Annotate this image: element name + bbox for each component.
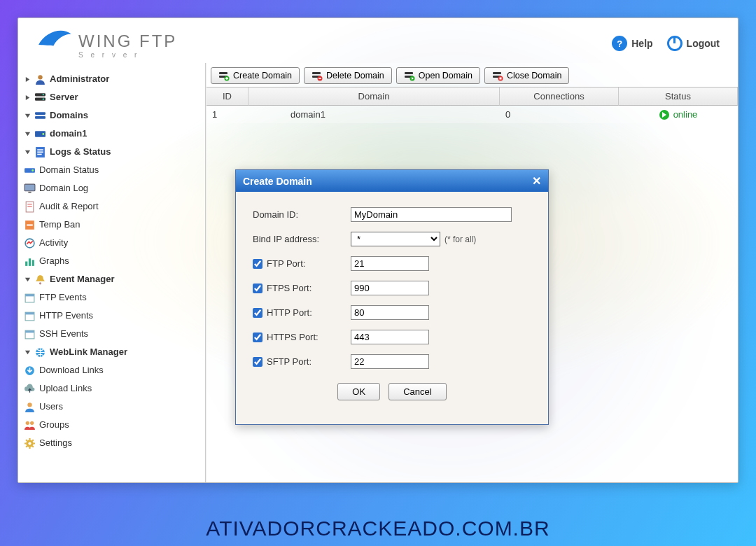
toolbar: Create Domain Delete Domain Open Domain …: [206, 63, 738, 87]
cell-status: online: [619, 106, 738, 123]
svg-rect-10: [37, 149, 43, 150]
http-port-checkbox[interactable]: [253, 308, 262, 318]
cancel-button[interactable]: Cancel: [388, 383, 446, 400]
table-row[interactable]: 1 domain1 0 online: [206, 106, 738, 123]
create-domain-dialog: Create Domain ✕ Domain ID: Bind IP addre…: [235, 169, 549, 425]
https-port-input[interactable]: [351, 330, 429, 344]
sftp-port-checkbox[interactable]: [253, 357, 262, 367]
calendar-icon: [24, 310, 36, 322]
tree-activity[interactable]: Activity: [24, 236, 202, 250]
tree-label: Audit & Report: [39, 200, 99, 214]
ftps-port-label: FTPS Port:: [267, 283, 312, 293]
tree-label: Server: [50, 90, 78, 104]
svg-point-4: [43, 98, 44, 99]
button-label: Close Domain: [507, 71, 562, 80]
tree-audit-report[interactable]: Audit & Report: [24, 200, 202, 214]
column-header-connections[interactable]: Connections: [500, 88, 619, 106]
bind-ip-select[interactable]: *: [351, 232, 440, 246]
svg-rect-24: [29, 258, 31, 266]
tree-graphs[interactable]: Graphs: [24, 254, 202, 268]
chevron-down-icon: [24, 130, 31, 137]
status-icon: [24, 164, 36, 176]
tree-label: Download Links: [39, 363, 104, 377]
server-icon: [34, 92, 46, 104]
ftps-port-input[interactable]: [351, 281, 429, 295]
stack-stop-icon: [492, 70, 503, 81]
tree-domain-status[interactable]: Domain Status: [24, 163, 202, 177]
dialog-titlebar[interactable]: Create Domain ✕: [236, 170, 548, 192]
tree-domain-log[interactable]: Domain Log: [24, 181, 202, 195]
help-link[interactable]: ? Help: [612, 36, 652, 51]
tree-administrator[interactable]: Administrator: [24, 72, 202, 86]
svg-rect-46: [405, 72, 413, 74]
domains-icon: [34, 110, 46, 122]
svg-rect-25: [32, 260, 34, 266]
ftp-port-input[interactable]: [351, 256, 429, 271]
sftp-port-input[interactable]: [351, 354, 429, 369]
svg-rect-12: [37, 153, 41, 155]
tree-download-links[interactable]: Download Links: [24, 363, 202, 377]
logout-label: Logout: [687, 38, 720, 49]
logout-link[interactable]: Logout: [667, 36, 720, 51]
close-icon[interactable]: ✕: [532, 174, 541, 188]
brand-name: WING FTP: [78, 31, 177, 51]
tree-upload-links[interactable]: Upload Links: [24, 382, 202, 396]
tree-temp-ban[interactable]: Temp Ban: [24, 218, 202, 232]
group-icon: [24, 419, 36, 431]
svg-rect-5: [35, 112, 46, 115]
button-label: Open Domain: [419, 71, 472, 80]
tree-ftp-events[interactable]: FTP Events: [24, 290, 202, 304]
ok-button[interactable]: OK: [337, 383, 380, 400]
svg-point-0: [38, 75, 42, 79]
activity-icon: [24, 237, 36, 249]
domain-id-input[interactable]: [351, 207, 512, 222]
delete-domain-button[interactable]: Delete Domain: [304, 67, 392, 84]
chevron-down-icon: [24, 148, 31, 155]
logs-icon: [34, 146, 46, 158]
tree-http-events[interactable]: HTTP Events: [24, 309, 202, 323]
close-domain-button[interactable]: Close Domain: [484, 67, 570, 84]
svg-rect-23: [25, 261, 27, 265]
tree-users[interactable]: Users: [24, 400, 202, 414]
monitor-icon: [24, 183, 36, 195]
tree-domain1[interactable]: domain1: [24, 127, 202, 141]
tree-domains[interactable]: Domains: [24, 108, 202, 122]
ftps-port-checkbox[interactable]: [253, 284, 262, 293]
column-header-id[interactable]: ID: [206, 88, 248, 106]
stack-plus-icon: [218, 70, 230, 81]
svg-point-26: [39, 282, 41, 284]
https-port-checkbox[interactable]: [253, 332, 262, 342]
svg-rect-6: [35, 116, 46, 119]
svg-rect-52: [499, 78, 501, 80]
tree-weblink-manager[interactable]: WebLink Manager: [24, 345, 202, 359]
tree-server[interactable]: Server: [24, 90, 202, 104]
column-header-domain[interactable]: Domain: [248, 88, 500, 106]
chart-icon: [24, 255, 36, 267]
tree-logs-status[interactable]: Logs & Status: [24, 145, 202, 159]
chevron-right-icon: [24, 94, 31, 101]
tree-ssh-events[interactable]: SSH Events: [24, 327, 202, 341]
svg-rect-21: [27, 224, 33, 225]
cloud-upload-icon: [24, 383, 36, 395]
logout-icon: [667, 36, 682, 51]
svg-point-36: [26, 421, 29, 424]
http-port-input[interactable]: [351, 305, 429, 320]
svg-point-39: [28, 442, 31, 444]
wing-logo-icon: [36, 28, 73, 54]
ftp-port-checkbox[interactable]: [253, 259, 262, 269]
cell-id: 1: [206, 106, 248, 123]
column-header-status[interactable]: Status: [619, 88, 738, 106]
create-domain-button[interactable]: Create Domain: [211, 67, 300, 84]
tree-event-manager[interactable]: Event Manager: [24, 272, 202, 286]
open-domain-button[interactable]: Open Domain: [396, 67, 480, 84]
svg-rect-28: [25, 294, 34, 296]
calendar-icon: [24, 328, 36, 340]
tree-label: Graphs: [39, 254, 69, 268]
gear-icon: [24, 438, 36, 449]
https-port-label: HTTPS Port:: [267, 332, 318, 342]
tree-groups[interactable]: Groups: [24, 418, 202, 432]
help-icon: ?: [612, 36, 627, 51]
download-icon: [24, 365, 36, 377]
cell-connections: 0: [500, 106, 619, 123]
tree-settings[interactable]: Settings: [24, 436, 202, 450]
